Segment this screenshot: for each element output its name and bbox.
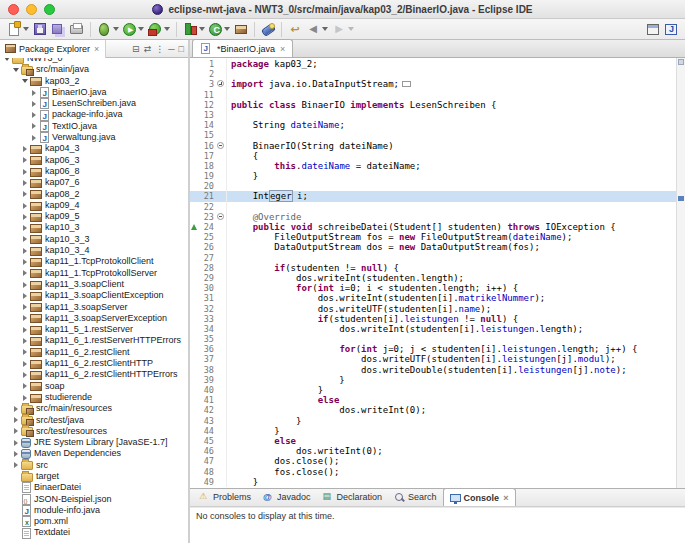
tree-item[interactable]: kap11_1.TcpProtokollClient — [0, 256, 188, 267]
fold-collapse-icon[interactable] — [217, 213, 224, 220]
tab-search[interactable]: Search — [388, 488, 443, 506]
expand-arrow-icon[interactable] — [20, 225, 29, 231]
dropdown-arrow-icon[interactable] — [164, 27, 170, 31]
code-text[interactable]: dos.writeInt(0); — [227, 446, 676, 456]
new-java-package-button[interactable] — [232, 20, 250, 39]
java-perspective-button[interactable] — [662, 20, 680, 39]
maximize-view-icon[interactable]: □ — [179, 44, 184, 54]
tree-item[interactable]: kap10_3 — [0, 222, 188, 233]
code-text[interactable]: dos.writeUTF(studenten[i].name); — [227, 304, 676, 314]
tree-item[interactable]: kap11_6_2.restClient — [0, 347, 188, 358]
expand-arrow-icon[interactable] — [20, 338, 29, 344]
tree-item[interactable]: kap11_3.soapServerException — [0, 313, 188, 324]
tree-item[interactable]: kap04_3 — [0, 143, 188, 154]
expand-arrow-icon[interactable] — [20, 146, 29, 152]
expand-arrow-icon[interactable] — [20, 361, 29, 367]
code-text[interactable]: dos.writeInt(0); — [227, 405, 676, 415]
forward-button[interactable] — [330, 20, 356, 39]
dropdown-arrow-icon[interactable] — [199, 27, 205, 31]
code-text[interactable]: } — [227, 416, 676, 426]
coverage-button[interactable] — [181, 20, 207, 39]
tree-item[interactable]: BinaerIO.java — [0, 87, 188, 98]
code-text[interactable]: dos.writeInt(studenten[i].leistungen.len… — [227, 324, 676, 334]
new-wizard-button[interactable] — [5, 20, 31, 39]
expand-arrow-icon[interactable] — [20, 383, 29, 389]
code-text[interactable]: dos.writeDouble(studenten[i].leistungen[… — [227, 365, 676, 375]
tree-item[interactable]: kap11_1.TcpProtokollServer — [0, 268, 188, 279]
tree-item[interactable]: kap06_8 — [0, 166, 188, 177]
code-text[interactable]: if(studenten[i].leistungen != null) { — [227, 314, 676, 324]
editor-tab-binaerio[interactable]: *BinaerIO.java × — [192, 39, 293, 57]
code-text[interactable]: @Override — [227, 212, 676, 222]
code-text[interactable]: } — [227, 375, 676, 385]
expand-arrow-icon[interactable] — [11, 462, 20, 468]
tree-item[interactable]: Maven Dependencies — [0, 448, 188, 459]
collapse-all-icon[interactable]: ⊟ — [132, 44, 140, 54]
tree-item[interactable]: kap11_6_1.restServerHTTPErrors — [0, 335, 188, 346]
minimize-view-icon[interactable]: ─ — [168, 44, 174, 54]
code-text[interactable] — [227, 202, 676, 212]
code-text[interactable]: public void schreibeDatei(Student[] stud… — [227, 222, 676, 232]
expand-arrow-icon[interactable] — [29, 90, 38, 96]
expand-arrow-icon[interactable] — [20, 169, 29, 175]
expand-arrow-icon[interactable] — [11, 440, 20, 446]
print-button[interactable] — [67, 20, 86, 39]
code-text[interactable]: } — [227, 385, 676, 395]
expand-arrow-icon[interactable] — [29, 135, 38, 141]
view-menu-icon[interactable]: ⋮ — [155, 44, 164, 54]
code-text[interactable] — [227, 130, 676, 140]
tree-item[interactable]: kap10_3_3 — [0, 234, 188, 245]
expand-arrow-icon[interactable] — [20, 349, 29, 355]
tree-item[interactable]: src — [0, 460, 188, 471]
code-text[interactable] — [227, 69, 676, 79]
code-text[interactable] — [227, 253, 676, 263]
tree-item[interactable]: soap — [0, 381, 188, 392]
tree-item[interactable]: kap11_3.soapClient — [0, 279, 188, 290]
code-text[interactable]: else — [227, 436, 676, 446]
save-button[interactable] — [31, 20, 49, 39]
expand-arrow-icon[interactable] — [20, 282, 29, 288]
code-text[interactable] — [227, 90, 676, 100]
tree-item[interactable]: src/main/java — [0, 64, 188, 75]
expand-arrow-icon[interactable] — [29, 123, 38, 129]
expand-arrow-icon[interactable] — [20, 248, 29, 254]
code-text[interactable]: BinaerIO(String dateiName) — [227, 141, 676, 151]
fold-expand-icon[interactable] — [217, 80, 224, 87]
expand-arrow-icon[interactable] — [20, 191, 29, 197]
code-text[interactable]: public class BinaerIO implements LesenSc… — [227, 100, 676, 110]
tree-item[interactable]: Verwaltung.java — [0, 132, 188, 143]
expand-arrow-icon[interactable] — [20, 327, 29, 333]
code-text[interactable]: for(int j=0; j < studenten[i].leistungen… — [227, 344, 676, 354]
expand-arrow-icon[interactable] — [20, 270, 29, 276]
tree-item[interactable]: src/test/java — [0, 415, 188, 426]
tree-item[interactable]: kap08_2 — [0, 189, 188, 200]
expand-arrow-icon[interactable] — [20, 180, 29, 186]
search-button[interactable] — [259, 20, 277, 39]
dropdown-arrow-icon[interactable] — [113, 27, 119, 31]
tree-item[interactable]: JRE System Library [JavaSE-1.7] — [0, 437, 188, 448]
tree-item[interactable]: package-info.java — [0, 109, 188, 120]
expand-arrow-icon[interactable] — [20, 372, 29, 378]
tab-console[interactable]: Console× — [443, 488, 517, 506]
tree-item[interactable]: kap11_3.soapServer — [0, 302, 188, 313]
tree-item[interactable]: Textdatei — [0, 527, 188, 538]
code-text[interactable]: dos.writeUTF(studenten[i].leistungen[j].… — [227, 354, 676, 364]
tree-item[interactable]: target — [0, 471, 188, 482]
back-button[interactable] — [304, 20, 330, 39]
expand-arrow-icon[interactable] — [11, 428, 20, 434]
tree-item[interactable]: kap09_4 — [0, 200, 188, 211]
code-text[interactable]: FileOutputStream fos = new FileOutputStr… — [227, 232, 676, 242]
tree-item[interactable]: kap06_3 — [0, 155, 188, 166]
save-all-button[interactable] — [49, 20, 67, 39]
code-text[interactable]: fos.close(); — [227, 467, 676, 477]
dropdown-arrow-icon[interactable] — [348, 27, 354, 31]
code-text[interactable]: package kap03_2; — [227, 59, 676, 69]
expand-arrow-icon[interactable] — [20, 293, 29, 299]
expand-arrow-icon[interactable] — [20, 259, 29, 265]
code-text[interactable]: for(int i=0; i < studenten.length; i++) … — [227, 283, 676, 293]
code-text[interactable] — [227, 181, 676, 191]
code-text[interactable]: } — [227, 171, 676, 181]
tree-item[interactable]: kap11_6_2.restClientHTTP — [0, 358, 188, 369]
tree-item[interactable]: JSON-Beispiel.json — [0, 494, 188, 505]
minimize-window-button[interactable] — [26, 4, 37, 15]
